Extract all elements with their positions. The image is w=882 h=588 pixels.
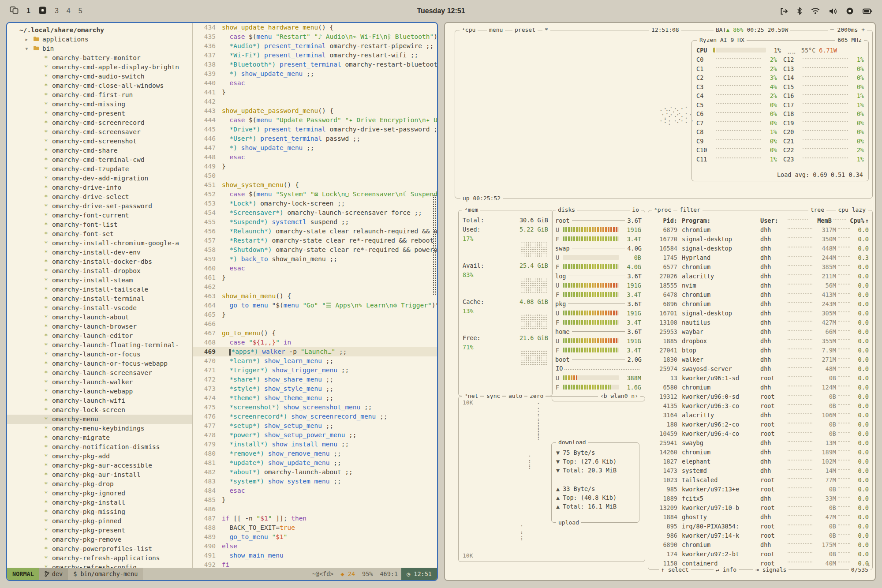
tree-file-item[interactable]: *omarchy-pkg-aur-accessible — [7, 461, 192, 470]
process-row[interactable]: 1884ghosttydhh47M0.0 — [652, 512, 869, 521]
cpu-lazy-toggle[interactable]: cpu lazy — [836, 206, 868, 214]
column-pid[interactable]: Pid: — [652, 217, 682, 224]
auto-button[interactable]: auto — [506, 392, 524, 400]
code-line[interactable]: 456 *Relaunch*) omarchy-state clear rela… — [193, 227, 437, 236]
code-line[interactable]: 489 go_to_menu "$1" — [193, 532, 437, 542]
tree-file-item[interactable]: *omarchy-pkg-install — [7, 498, 192, 507]
scrollbar-thumb[interactable] — [433, 195, 437, 295]
tree-file-item[interactable]: *omarchy-font-list — [7, 220, 192, 229]
process-row[interactable]: 1827elephantdhh102M0.0 — [652, 457, 869, 466]
code-line[interactable]: 461} — [193, 273, 437, 282]
neovim-window[interactable]: ~/.local/share/omarchy ▸ applications ▾ … — [6, 22, 438, 581]
column-user[interactable]: User: — [760, 217, 786, 224]
tree-file-item[interactable]: *omarchy-font-current — [7, 211, 192, 220]
code-line[interactable]: 455 *Suspend*) systemctl suspend ;; — [193, 217, 437, 227]
code-line[interactable]: 467go_to_menu() { — [193, 329, 437, 338]
code-line[interactable]: 469 *apps*) walker -p "Launch…" ;; — [193, 347, 437, 356]
code-line[interactable]: 487if [[ -n "$1" ]]; then — [193, 514, 437, 523]
code-line[interactable]: 486 — [193, 505, 437, 514]
tree-file-item[interactable]: *omarchy-install-steam — [7, 276, 192, 285]
tree-file-item[interactable]: *omarchy-drive-set-password — [7, 202, 192, 211]
tree-toggle-button[interactable]: tree — [808, 206, 826, 214]
tree-file-item[interactable]: *omarchy-install-terminal — [7, 294, 192, 303]
tree-file-item[interactable]: *omarchy-powerprofiles-list — [7, 544, 192, 554]
process-row[interactable]: 13209kworker/u97:10-broot0B0.0 — [652, 503, 869, 512]
io-toggle-button[interactable]: io — [630, 206, 641, 214]
process-row[interactable]: 6577chromiumdhh385M0.0 — [652, 262, 869, 271]
tree-folder-bin[interactable]: ▾ bin — [7, 44, 192, 53]
code-line[interactable]: 452 case $(menu "System" "⊠ Lock\n▢ Scre… — [193, 190, 437, 199]
process-row[interactable]: 25974swayosd-serverdhh48M0.0 — [652, 364, 869, 373]
interface-selector[interactable]: ‹b wlan0 n› — [598, 392, 640, 400]
code-line[interactable]: 447 *) show_update_menu ;; — [193, 143, 437, 153]
btop-window[interactable]: ¹cpu menu preset * 12:51:08 BAT▲ 86% 00:… — [444, 22, 876, 581]
tree-file-item[interactable]: *omarchy-launch-editor — [7, 331, 192, 341]
code-line[interactable]: 465} — [193, 310, 437, 319]
code-line[interactable]: 477 *setup*) show_setup_menu ;; — [193, 421, 437, 431]
code-line[interactable]: 474 *theme*) show_theme_menu ;; — [193, 393, 437, 403]
tree-file-item[interactable]: *omarchy-cmd-screenshot — [7, 137, 192, 146]
code-line[interactable]: 482 *about*) omarchy-launch-about ;; — [193, 468, 437, 477]
tree-file-item[interactable]: *omarchy-refresh-config — [7, 563, 192, 568]
code-line[interactable]: 457 *Restart*) omarchy-state clear re*-r… — [193, 236, 437, 245]
tree-file-item[interactable]: *omarchy-launch-or-focus-webapp — [7, 359, 192, 368]
code-line[interactable]: 444 case $(menu "Update Password" "✦ Dri… — [193, 116, 437, 125]
process-row[interactable]: 25941swaybgdhh13M0.0 — [652, 438, 869, 447]
process-row[interactable]: 27041btopdhh7.9M0.0 — [652, 345, 869, 355]
code-line[interactable]: 438 *Bluetooth*) present_terminal omarch… — [193, 60, 437, 69]
logout-icon[interactable] — [780, 7, 788, 15]
battery-icon[interactable] — [863, 8, 872, 14]
tree-file-item[interactable]: *omarchy-drive-info — [7, 183, 192, 192]
filter-button[interactable]: filter — [677, 206, 703, 214]
code-line[interactable]: 435 case $(menu "Restart" "♪ Audio\n⌁ Wi… — [193, 32, 437, 41]
code-line[interactable]: 466 — [193, 319, 437, 329]
tree-file-item[interactable]: *omarchy-lock-screen — [7, 405, 192, 415]
tree-file-item[interactable]: *omarchy-pkg-ignored — [7, 489, 192, 498]
disks-box-title[interactable]: disks — [556, 206, 577, 214]
process-row[interactable]: 13108nautilusdhh427M0.0 — [652, 318, 869, 327]
tree-file-item[interactable]: *omarchy-install-vscode — [7, 303, 192, 313]
code-line[interactable]: 445 *Drive*) present_terminal omarchy-dr… — [193, 125, 437, 134]
code-line[interactable]: 436 *Audio*) present_terminal omarchy-re… — [193, 41, 437, 51]
code-line[interactable]: 443show_update_password_menu() { — [193, 106, 437, 116]
code-line[interactable]: 449} — [193, 162, 437, 171]
column-program[interactable]: Program: — [682, 217, 760, 224]
code-editor[interactable]: 434show_update_hardware_menu() {435 case… — [193, 23, 437, 568]
signals-hint[interactable]: ⇥ signals — [753, 566, 789, 574]
code-line[interactable]: 471 *trigger*) show_trigger_menu ;; — [193, 366, 437, 375]
tree-file-item[interactable]: *omarchy-menu-keybindings — [7, 424, 192, 433]
tree-file-item[interactable]: *omarchy-font-set — [7, 229, 192, 239]
tree-file-item[interactable]: *omarchy-dev-add-migration — [7, 174, 192, 183]
code-line[interactable]: 472 *share*) show_share_menu ;; — [193, 375, 437, 384]
code-line[interactable]: 439 *) show_update_menu ;; — [193, 69, 437, 79]
tree-file-item[interactable]: *omarchy-drive-select — [7, 192, 192, 202]
bluetooth-icon[interactable] — [797, 7, 802, 15]
code-line[interactable]: 437 *Wi-Fi*) present_terminal omarchy-re… — [193, 51, 437, 60]
process-row[interactable]: 14260chromiumdhh189M0.0 — [652, 447, 869, 457]
tree-file-item[interactable]: *omarchy-install-dropbox — [7, 266, 192, 276]
tree-file-item[interactable]: *omarchy-cmd-close-all-windows — [7, 81, 192, 90]
tree-file-item[interactable]: *omarchy-launch-about — [7, 313, 192, 322]
process-row[interactable]: 10459kworker/u96:4-coroot0B0.0 — [652, 429, 869, 438]
update-interval[interactable]: ─ 2000ms + — [828, 26, 867, 34]
code-line[interactable]: 476 *screenrecord*) show_screenrecord_me… — [193, 412, 437, 421]
code-line[interactable]: 459 *) back_to show_main_menu ;; — [193, 255, 437, 264]
process-row[interactable]: 16701signal-desktopdhh305M0.0 — [652, 308, 869, 318]
code-line[interactable]: 491 show_main_menu — [193, 551, 437, 560]
tree-file-item[interactable]: *omarchy-launch-screensaver — [7, 368, 192, 378]
tree-file-item[interactable]: *omarchy-notification-dismiss — [7, 442, 192, 452]
code-line[interactable]: 488 BACK_TO_EXIT=true — [193, 523, 437, 532]
code-line[interactable]: 475 *screenshot*) show_screenshot_menu ;… — [193, 403, 437, 412]
tree-file-item[interactable]: *omarchy-pkg-add — [7, 452, 192, 461]
code-line[interactable]: 483 *system*) show_system_menu ;; — [193, 477, 437, 486]
code-line[interactable]: 448 esac — [193, 153, 437, 162]
process-row[interactable]: 985kworker/u97:13+eroot0B0.0 — [652, 484, 869, 494]
code-line[interactable]: 478 *power*) show_setup_power_menu ;; — [193, 431, 437, 440]
tree-file-item[interactable]: *omarchy-cmd-screensaver — [7, 127, 192, 137]
code-line[interactable]: 463show_main_menu() { — [193, 292, 437, 301]
code-line[interactable]: 440 esac — [193, 79, 437, 88]
memory-box-title[interactable]: ²mem — [462, 206, 480, 214]
scroll-down-icon[interactable]: ↓ — [867, 561, 871, 568]
tree-file-item[interactable]: *omarchy-cmd-terminal-cwd — [7, 155, 192, 165]
code-line[interactable]: 458 *Shutdown*) omarchy-state clear re*-… — [193, 245, 437, 255]
